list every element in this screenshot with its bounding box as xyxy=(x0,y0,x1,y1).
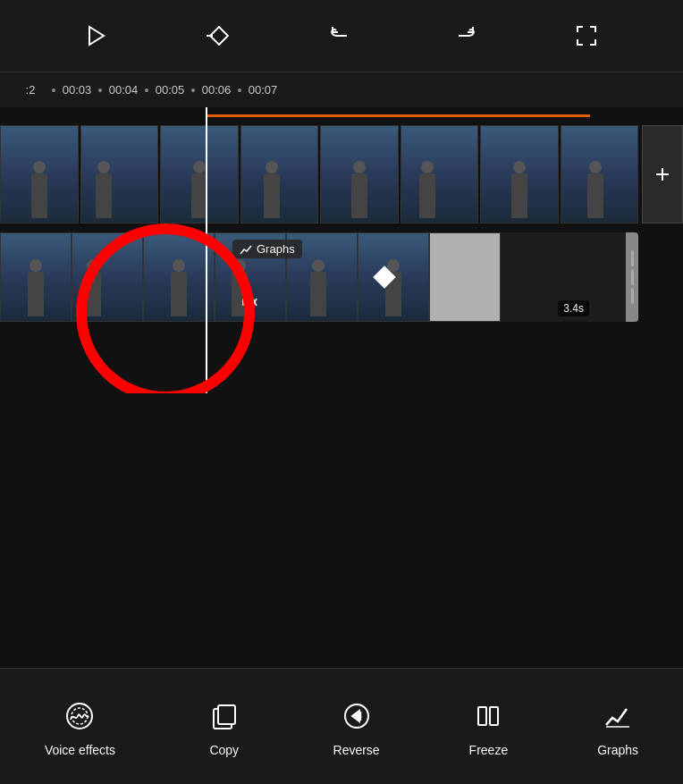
ruler-mark-2: :2 xyxy=(9,83,52,97)
freeze-tool[interactable]: Freeze xyxy=(468,696,508,757)
graphs-icon xyxy=(598,696,637,736)
track2-thumb-1 xyxy=(0,232,72,322)
thumb-5 xyxy=(320,125,399,223)
redo-button[interactable] xyxy=(444,16,484,55)
track2-thumb-2 xyxy=(72,232,143,322)
thumb-1 xyxy=(0,125,79,223)
ruler-mark-0007: 00:07 xyxy=(241,83,284,97)
track2-thumb-3 xyxy=(143,232,215,322)
thumb-8 xyxy=(561,125,639,223)
svg-rect-1 xyxy=(210,27,228,45)
thumbnails-row-1 xyxy=(0,125,638,223)
timeline-area: Graphs 3.4s xyxy=(0,107,683,393)
duration-badge: 3.4s xyxy=(558,300,589,316)
graphs-tag: Graphs xyxy=(232,240,302,258)
thumb-4 xyxy=(240,125,319,223)
voice-effects-icon xyxy=(60,696,99,736)
keyframe-button[interactable] xyxy=(199,16,239,55)
video-track-2[interactable]: Graphs 3.4s xyxy=(0,232,638,322)
ruler-mark-0005: 00:05 xyxy=(148,83,191,97)
freeze-label: Freeze xyxy=(469,743,509,757)
freeze-icon xyxy=(468,696,508,736)
thumb-2 xyxy=(80,125,159,223)
voice-effects-tool[interactable]: Voice effects xyxy=(45,696,115,757)
undo-button[interactable] xyxy=(322,16,361,55)
ruler-marks: :2 00:03 00:04 00:05 00:06 00:07 xyxy=(9,83,674,97)
track2-content: Graphs 3.4s xyxy=(0,232,638,322)
timeline-ruler: :2 00:03 00:04 00:05 00:06 00:07 xyxy=(0,72,683,107)
thumb-3 xyxy=(160,125,239,223)
video-track-1[interactable] xyxy=(0,125,638,223)
drag-handle[interactable] xyxy=(626,232,638,322)
ruler-mark-0003: 00:03 xyxy=(55,83,98,97)
voice-effects-label: Voice effects xyxy=(45,743,115,757)
fullscreen-button[interactable] xyxy=(567,16,606,55)
svg-marker-5 xyxy=(243,296,250,308)
copy-label: Copy xyxy=(209,743,239,757)
svg-rect-17 xyxy=(490,707,498,725)
reverse-tool[interactable]: Reverse xyxy=(333,696,380,757)
orange-indicator xyxy=(206,114,590,117)
track2-thumb-7 xyxy=(429,232,501,322)
svg-rect-12 xyxy=(218,705,235,724)
graphs-tag-label: Graphs xyxy=(257,242,295,256)
copy-tool[interactable]: Copy xyxy=(205,696,244,757)
top-toolbar xyxy=(0,0,683,72)
svg-marker-14 xyxy=(352,711,359,721)
reverse-icon xyxy=(337,696,376,736)
copy-icon xyxy=(205,696,244,736)
svg-rect-16 xyxy=(478,707,486,725)
bottom-toolbar: Voice effects Copy Reverse xyxy=(0,668,683,784)
thumb-7 xyxy=(480,125,559,223)
svg-marker-0 xyxy=(89,27,104,45)
mute-icon xyxy=(241,294,257,313)
ruler-mark-0004: 00:04 xyxy=(102,83,145,97)
playhead-line xyxy=(206,107,207,393)
reverse-label: Reverse xyxy=(333,743,380,757)
thumb-6 xyxy=(401,125,479,223)
graphs-tool[interactable]: Graphs xyxy=(597,696,638,757)
play-button[interactable] xyxy=(77,16,116,55)
add-clip-button[interactable] xyxy=(642,125,683,223)
ruler-mark-0006: 00:06 xyxy=(195,83,238,97)
graphs-label: Graphs xyxy=(597,743,638,757)
